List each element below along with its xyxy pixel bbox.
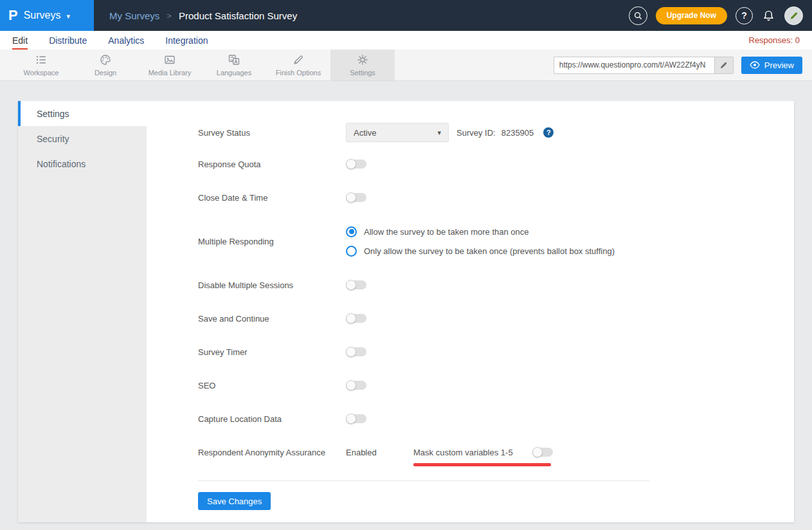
toolbar-item-settings[interactable]: Settings [330,50,395,80]
toolbar-item-workspace[interactable]: Workspace [9,50,73,80]
toolbar-right: Preview [554,50,812,80]
survey-status-row: Survey Status Active ▾ Survey ID: 823590… [198,118,794,147]
breadcrumb-separator: > [167,11,172,21]
response-quota-row: Response Quota [198,147,794,181]
topbar-actions: Upgrade Now ? [629,6,812,25]
survey-id-help-icon[interactable]: ? [543,127,554,138]
survey-id-value: 8235905 [501,128,534,138]
page-content: Settings Security Notifications Survey S… [0,81,812,522]
response-quota-toggle[interactable] [346,160,366,169]
questionpro-logo-icon: P [8,8,18,23]
survey-status-value: Active [354,128,376,138]
tab-distribute[interactable]: Distribute [49,31,87,50]
toolbar-label-media-library: Media Library [149,69,192,77]
toggle-knob [346,414,356,424]
settings-card: Settings Security Notifications Survey S… [18,101,794,522]
survey-status-dropdown[interactable]: Active ▾ [346,123,449,142]
product-menu-label: Surveys [24,10,61,21]
survey-url-group [554,57,734,74]
toolbar-label-finish-options: Finish Options [276,69,321,77]
save-changes-button[interactable]: Save Changes [198,492,271,510]
radio-option-only-once[interactable]: Only allow the survey to be taken once (… [346,246,615,257]
eye-icon [750,61,760,69]
radio-option-allow-multiple[interactable]: Allow the survey to be taken more than o… [346,226,615,237]
radio-only-once-label: Only allow the survey to be taken once (… [364,246,615,256]
surveys-product-menu[interactable]: P Surveys ▾ [0,0,94,31]
toggle-knob [346,347,356,357]
capture-location-data-toggle[interactable] [346,414,366,423]
close-date-time-label: Close Date & Time [198,193,346,203]
disable-multiple-sessions-row: Disable Multiple Sessions [198,268,794,302]
breadcrumb-my-surveys[interactable]: My Surveys [109,10,159,21]
respondent-anonymity-row: Respondent Anonymity Assurance Enabled M… [198,435,794,469]
tab-analytics[interactable]: Analytics [108,31,144,50]
search-icon [633,11,643,21]
breadcrumb: My Surveys > Product Satisfaction Survey [109,10,297,21]
toolbar-label-settings: Settings [350,69,375,77]
respondent-anonymity-status: Enabled [346,448,413,457]
preview-button-label: Preview [764,60,794,70]
toggle-knob [346,280,356,290]
finish-options-icon [292,53,305,66]
survey-url-input[interactable] [554,57,714,74]
survey-timer-toggle[interactable] [346,347,366,356]
chevron-down-icon: ▾ [437,129,441,137]
bell-icon [761,9,776,23]
edit-toolbar: Workspace Design Media Library Languages [0,50,812,81]
multiple-responding-row: Multiple Responding Allow the survey to … [198,214,794,268]
pencil-icon [719,61,728,69]
capture-location-data-row: Capture Location Data [198,402,794,435]
breadcrumb-current-survey: Product Satisfaction Survey [179,10,297,21]
toolbar-item-media-library[interactable]: Media Library [138,50,202,80]
media-library-icon [163,53,176,66]
profile-avatar[interactable] [784,6,803,25]
response-quota-label: Response Quota [198,160,346,169]
toolbar-label-workspace: Workspace [24,69,59,77]
sidebar-item-settings[interactable]: Settings [18,101,147,126]
save-and-continue-toggle[interactable] [346,314,366,323]
close-date-time-row: Close Date & Time [198,181,794,214]
topbar: P Surveys ▾ My Surveys > Product Satisfa… [0,0,812,31]
seo-row: SEO [198,369,794,402]
responses-count[interactable]: Responses: 0 [749,31,800,50]
radio-unselected-icon[interactable] [346,246,357,257]
toggle-knob [346,380,356,390]
multiple-responding-label: Multiple Responding [198,237,346,246]
tab-edit[interactable]: Edit [12,31,28,50]
toggle-knob [346,192,356,203]
seo-toggle[interactable] [346,381,366,390]
survey-timer-row: Survey Timer [198,335,794,369]
toggle-knob [532,447,543,457]
save-and-continue-label: Save and Continue [198,314,346,324]
sidebar-item-security[interactable]: Security [18,126,147,151]
disable-multiple-sessions-toggle[interactable] [346,280,366,289]
capture-location-data-label: Capture Location Data [198,414,346,424]
survey-status-label: Survey Status [198,128,346,138]
search-button[interactable] [629,6,647,25]
help-button[interactable]: ? [735,7,753,24]
toggle-knob [346,313,356,324]
toolbar-item-finish-options[interactable]: Finish Options [266,50,330,80]
toolbar-item-languages[interactable]: Languages [202,50,266,80]
radio-selected-icon[interactable] [346,226,357,237]
design-palette-icon [99,53,112,66]
preview-button[interactable]: Preview [741,57,802,74]
close-date-time-toggle[interactable] [346,193,366,202]
upgrade-now-button[interactable]: Upgrade Now [656,7,727,24]
toolbar-item-design[interactable]: Design [73,50,138,80]
languages-icon [228,53,240,66]
save-and-continue-row: Save and Continue [198,302,794,335]
mask-custom-variables-toggle[interactable] [532,448,553,457]
sidebar-item-notifications[interactable]: Notifications [18,151,147,176]
mask-custom-variables-label: Mask custom variables 1-5 [413,448,513,457]
chevron-down-icon: ▾ [66,12,70,21]
survey-tabs: Edit Distribute Analytics Integration Re… [0,31,812,50]
tab-integration[interactable]: Integration [165,31,208,50]
edit-url-button[interactable] [714,57,734,74]
notifications-button[interactable] [761,9,776,23]
seo-label: SEO [198,381,346,390]
question-mark-icon: ? [741,10,747,21]
mask-custom-variables-group: Mask custom variables 1-5 [413,448,553,457]
toolbar-label-languages: Languages [217,69,251,77]
disable-multiple-sessions-label: Disable Multiple Sessions [198,280,346,290]
